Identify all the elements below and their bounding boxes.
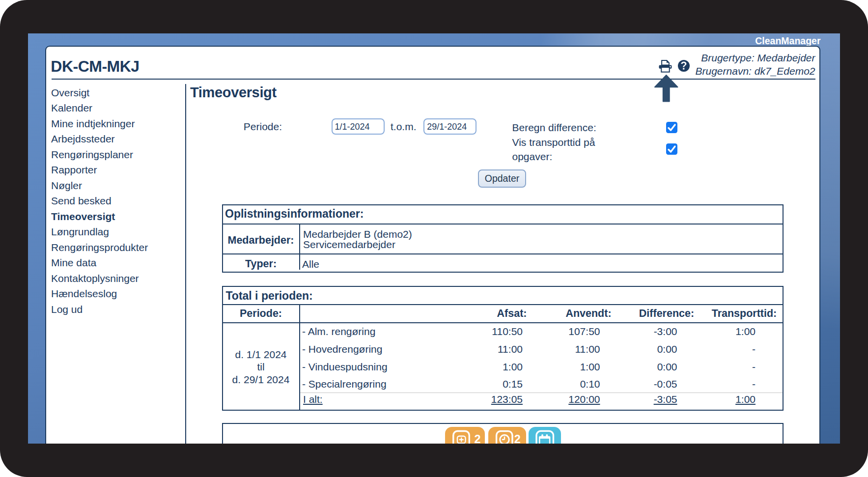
svg-text:2: 2 bbox=[514, 432, 520, 444]
svg-text:2: 2 bbox=[474, 432, 480, 444]
